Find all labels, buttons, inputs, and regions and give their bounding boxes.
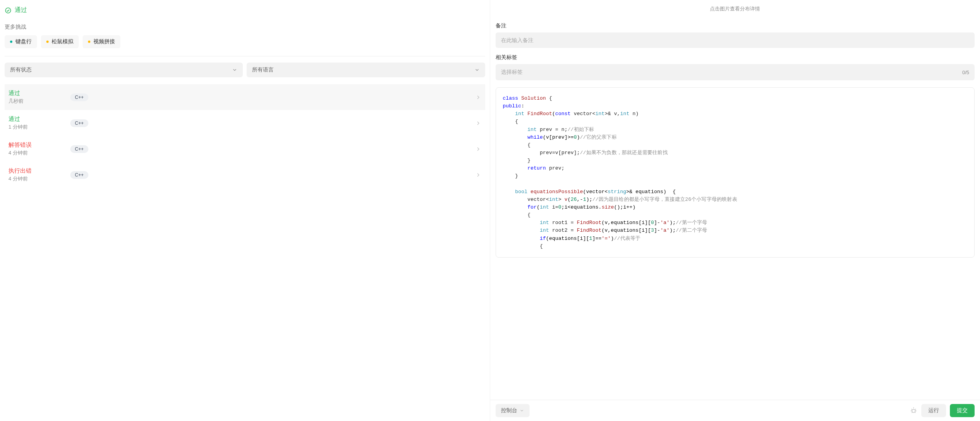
chevron-down-icon [520,408,524,413]
language-filter-label: 所有语言 [252,66,274,73]
right-panel: 点击图片查看分布详情 备注 相关标签 选择标签 0/5 class Soluti… [490,0,980,421]
code-card: class Solution { public: int FindRoot(co… [496,87,975,258]
check-circle-icon [5,7,12,14]
language-pill: C++ [70,145,88,153]
language-filter-select[interactable]: 所有语言 [247,63,485,77]
console-button[interactable]: 控制台 [496,404,530,417]
submit-button[interactable]: 提交 [950,404,975,417]
tags-select[interactable]: 选择标签 0/5 [496,64,975,80]
right-content: 点击图片查看分布详情 备注 相关标签 选择标签 0/5 class Soluti… [490,0,980,400]
submission-info: 通过几秒前 [8,90,70,105]
submission-status: 通过 [8,90,70,97]
status-header: 通过 [5,6,485,14]
svg-point-1 [912,409,915,413]
challenge-chip[interactable]: 键盘行 [5,35,37,48]
tags-count: 0/5 [962,70,969,75]
submission-row[interactable]: 通过1 分钟前C++ [5,110,485,136]
difficulty-dot [46,41,49,43]
bug-icon[interactable] [910,407,917,414]
status-filter-select[interactable]: 所有状态 [5,63,243,77]
run-button[interactable]: 运行 [921,404,946,417]
filters-row: 所有状态 所有语言 [5,63,485,77]
chevron-right-icon [475,172,481,178]
challenge-chip[interactable]: 松鼠模拟 [41,35,79,48]
language-pill: C++ [70,171,88,179]
challenge-chip-label: 键盘行 [15,38,32,45]
language-pill: C++ [70,93,88,101]
submission-status: 解答错误 [8,141,70,149]
chevron-right-icon [475,120,481,126]
submission-status: 通过 [8,115,70,123]
submission-list: 通过几秒前C++通过1 分钟前C++解答错误4 分钟前C++执行出错4 分钟前C… [5,84,485,188]
submission-info: 执行出错4 分钟前 [8,167,70,182]
challenge-chips: 键盘行松鼠模拟视频拼接 [5,35,485,48]
submission-row[interactable]: 执行出错4 分钟前C++ [5,162,485,188]
chevron-down-icon [232,67,237,73]
submission-time: 几秒前 [8,98,70,105]
difficulty-dot [10,41,12,43]
submission-row[interactable]: 通过几秒前C++ [5,84,485,110]
chevron-right-icon [475,94,481,100]
submission-info: 解答错误4 分钟前 [8,141,70,156]
chevron-right-icon [475,146,481,152]
bottom-bar: 控制台 运行 提交 [490,400,980,421]
submission-info: 通过1 分钟前 [8,115,70,131]
status-header-text: 通过 [15,6,27,14]
difficulty-dot [88,41,90,43]
submission-time: 1 分钟前 [8,124,70,131]
distribution-hint[interactable]: 点击图片查看分布详情 [496,0,975,19]
code-block: class Solution { public: int FindRoot(co… [503,95,968,250]
remark-input[interactable] [496,32,975,48]
submission-row[interactable]: 解答错误4 分钟前C++ [5,136,485,162]
submission-time: 4 分钟前 [8,175,70,182]
challenge-chip-label: 松鼠模拟 [52,38,73,45]
tags-placeholder: 选择标签 [501,69,523,76]
left-panel: 通过 更多挑战 键盘行松鼠模拟视频拼接 所有状态 所有语言 通过几秒前C++通过… [0,0,490,421]
remark-label: 备注 [496,22,975,29]
status-filter-label: 所有状态 [10,66,32,73]
challenge-chip[interactable]: 视频拼接 [83,35,120,48]
submission-time: 4 分钟前 [8,149,70,156]
chevron-down-icon [474,67,480,73]
challenge-chip-label: 视频拼接 [93,38,115,45]
submission-status: 执行出错 [8,167,70,175]
console-label: 控制台 [501,407,517,414]
tags-label: 相关标签 [496,54,975,61]
language-pill: C++ [70,119,88,127]
divider [5,56,485,56]
more-challenges-label: 更多挑战 [5,24,485,31]
